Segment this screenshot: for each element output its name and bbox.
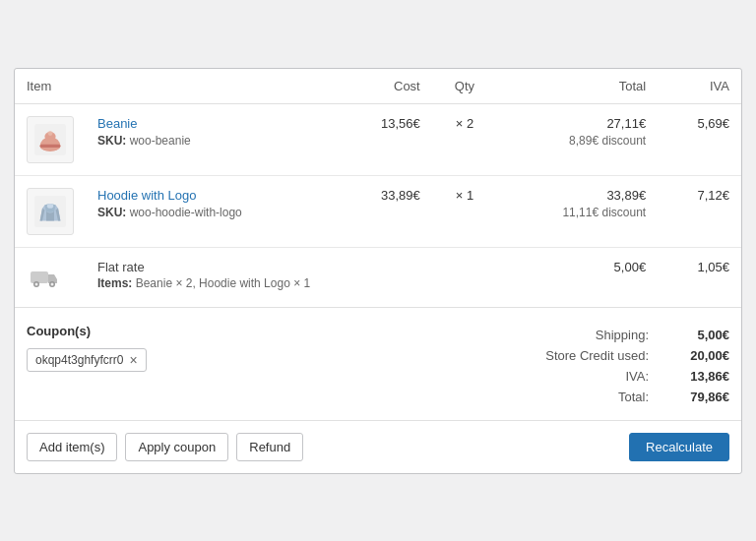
coupon-tag: okqp4t3ghfyfcrr0 × xyxy=(27,348,147,372)
summary-label: Total: xyxy=(521,390,649,404)
table-row: Beanie SKU: woo-beanie 13,56€ × 2 27,11€… xyxy=(15,103,741,175)
sku-value: woo-hoodie-with-logo xyxy=(130,206,242,219)
item-total: 33,89€ 11,11€ discount xyxy=(497,175,658,247)
item-total: 27,11€ 8,89€ discount xyxy=(497,103,658,175)
sku-label: SKU: xyxy=(97,134,126,148)
item-details: Hoodie with Logo SKU: woo-hoodie-with-lo… xyxy=(86,175,338,247)
item-cost: 33,89€ xyxy=(338,175,432,247)
th-qty: Qty xyxy=(432,69,497,104)
coupon-code: okqp4t3ghfyfcrr0 xyxy=(35,353,123,367)
item-details: Beanie SKU: woo-beanie xyxy=(86,103,338,175)
summary-row: IVA: 13,86€ xyxy=(473,369,729,384)
summary-label: Shipping: xyxy=(521,328,649,342)
summary-row: Shipping: 5,00€ xyxy=(473,328,729,342)
footer-actions: Add item(s) Apply coupon Refund Recalcul… xyxy=(15,421,741,473)
svg-point-10 xyxy=(35,282,38,285)
summary-value: 13,86€ xyxy=(661,369,729,384)
coupon-summary-section: Coupon(s) okqp4t3ghfyfcrr0 × Shipping: 5… xyxy=(15,308,741,421)
coupon-remove-button[interactable]: × xyxy=(129,353,137,367)
items-table: Item Cost Qty Total IVA xyxy=(15,69,741,308)
coupon-area: Coupon(s) okqp4t3ghfyfcrr0 × xyxy=(27,324,454,404)
item-cost: 13,56€ xyxy=(338,103,432,175)
recalculate-button[interactable]: Recalculate xyxy=(629,433,729,461)
order-summary: Shipping: 5,00€ Store Credit used: 20,00… xyxy=(473,324,729,404)
item-qty: × 2 xyxy=(432,103,497,175)
item-link[interactable]: Beanie xyxy=(97,116,137,131)
svg-rect-2 xyxy=(40,144,61,147)
item-iva: 5,69€ xyxy=(658,103,741,175)
svg-point-4 xyxy=(48,131,53,136)
th-total: Total xyxy=(497,69,658,104)
summary-row: Store Credit used: 20,00€ xyxy=(473,348,729,363)
coupon-label: Coupon(s) xyxy=(27,324,454,338)
add-items-button[interactable]: Add item(s) xyxy=(27,433,117,461)
table-row: Hoodie with Logo SKU: woo-hoodie-with-lo… xyxy=(15,175,741,247)
svg-point-6 xyxy=(47,204,53,209)
item-link[interactable]: Hoodie with Logo xyxy=(97,188,196,203)
th-iva: IVA xyxy=(658,69,741,104)
shipping-row: Flat rate Items: Beanie × 2, Hoodie with… xyxy=(15,247,741,307)
th-cost: Cost xyxy=(338,69,432,104)
item-qty: × 1 xyxy=(432,175,497,247)
sku-label: SKU: xyxy=(97,206,126,219)
item-thumbnail xyxy=(15,175,86,247)
summary-row: Total: 79,86€ xyxy=(473,390,729,404)
shipping-icon-cell xyxy=(15,247,86,307)
apply-coupon-button[interactable]: Apply coupon xyxy=(125,433,228,461)
order-panel: Item Cost Qty Total IVA xyxy=(14,68,742,474)
item-iva: 7,12€ xyxy=(658,175,741,247)
summary-label: Store Credit used: xyxy=(521,348,649,363)
sku-value: woo-beanie xyxy=(130,134,191,148)
shipping-iva: 1,05€ xyxy=(658,247,741,307)
shipping-details: Flat rate Items: Beanie × 2, Hoodie with… xyxy=(86,247,497,307)
shipping-total: 5,00€ xyxy=(497,247,658,307)
svg-point-11 xyxy=(51,282,54,285)
item-thumbnail xyxy=(15,103,86,175)
summary-value: 20,00€ xyxy=(661,348,729,363)
item-discount: 8,89€ discount xyxy=(509,134,646,148)
summary-label: IVA: xyxy=(521,369,649,384)
item-discount: 11,11€ discount xyxy=(509,206,646,219)
summary-value: 5,00€ xyxy=(661,328,729,342)
svg-rect-7 xyxy=(31,271,48,283)
summary-value: 79,86€ xyxy=(661,390,729,404)
refund-button[interactable]: Refund xyxy=(236,433,303,461)
th-item: Item xyxy=(15,69,338,104)
